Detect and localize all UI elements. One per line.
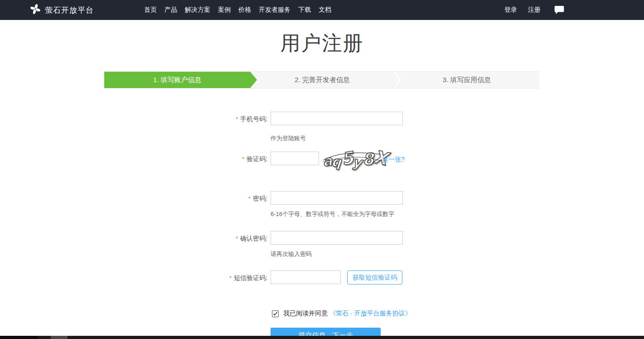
nav-item-cases[interactable]: 案例: [218, 6, 231, 14]
scrollbar-thumb[interactable]: [51, 336, 68, 339]
phone-hint: 作为登陆账号: [271, 134, 306, 142]
required-star: *: [248, 195, 251, 202]
captcha-label: *验证码:: [181, 155, 267, 163]
captcha-char: y: [352, 154, 363, 170]
nav-item-pricing[interactable]: 价格: [238, 6, 251, 14]
required-star: *: [236, 235, 238, 242]
confirm-password-hint: 请再次输入密码: [271, 250, 312, 258]
confirm-password-label: *确认密码:: [181, 235, 267, 243]
top-navbar: 萤石开放平台 首页 产品 解决方案 案例 价格 开发者服务 下载 文档 登录 注…: [0, 0, 644, 20]
step-1-account-info: 1. 填写账户信息: [104, 72, 250, 88]
captcha-refresh-link[interactable]: 换一张?: [382, 156, 405, 164]
nav-item-download[interactable]: 下载: [298, 6, 311, 14]
sms-code-label: *短信验证码:: [181, 274, 267, 282]
brand-name: 萤石开放平台: [45, 5, 94, 15]
nav-item-home[interactable]: 首页: [144, 6, 157, 14]
agreement-checkbox[interactable]: [272, 310, 279, 317]
header-right: 登录 注册: [504, 0, 564, 20]
registration-page: 萤石开放平台 首页 产品 解决方案 案例 价格 开发者服务 下载 文档 登录 注…: [0, 0, 644, 339]
register-link[interactable]: 注册: [528, 6, 541, 14]
login-link[interactable]: 登录: [504, 6, 517, 14]
brand-logo[interactable]: 萤石开放平台: [30, 0, 94, 20]
nav-item-products[interactable]: 产品: [165, 6, 177, 14]
password-input[interactable]: [271, 191, 403, 205]
scrollbar-track: [0, 336, 38, 339]
nav-item-solutions[interactable]: 解决方案: [185, 6, 210, 14]
agreement-row: 我已阅读并同意 《萤石 · 开放平台服务协议》: [272, 310, 411, 318]
checkmark-icon: [273, 311, 278, 316]
step-3-app-info: 3. 填写应用信息: [394, 72, 539, 88]
required-star: *: [236, 116, 238, 123]
main-nav: 首页 产品 解决方案 案例 价格 开发者服务 下载 文档: [144, 0, 331, 20]
nav-item-docs[interactable]: 文档: [319, 6, 331, 14]
step-2-developer-info: 2. 完善开发者信息: [250, 72, 394, 88]
chevron-separator-icon: [393, 72, 402, 90]
nav-item-developer-services[interactable]: 开发者服务: [259, 6, 291, 14]
captcha-input[interactable]: [271, 152, 319, 165]
captcha-char: q: [331, 155, 342, 169]
page-title: 用户注册: [0, 30, 644, 57]
phone-label: *手机号码:: [181, 115, 267, 123]
step-indicator: 1. 填写账户信息 2. 完善开发者信息 3. 填写应用信息: [104, 71, 539, 88]
required-star: *: [242, 156, 244, 162]
service-agreement-link[interactable]: 《萤石 · 开放平台服务协议》: [329, 310, 411, 318]
chat-bubble-icon[interactable]: [554, 5, 564, 15]
get-sms-code-button[interactable]: 获取短信验证码: [347, 270, 402, 285]
bottom-scrollbar: [0, 336, 644, 339]
sms-code-input[interactable]: [271, 270, 341, 284]
password-label: *密码:: [181, 195, 267, 203]
password-hint: 6-16个字母、数字或符号，不能全为字母或数字: [271, 210, 394, 218]
captcha-image[interactable]: a q 5 y 8 X: [323, 148, 382, 169]
confirm-password-input[interactable]: [271, 231, 403, 245]
pinwheel-logo-icon: [30, 4, 41, 16]
required-star: *: [229, 275, 232, 281]
phone-input[interactable]: [271, 112, 403, 125]
agreement-text: 我已阅读并同意: [283, 310, 328, 318]
